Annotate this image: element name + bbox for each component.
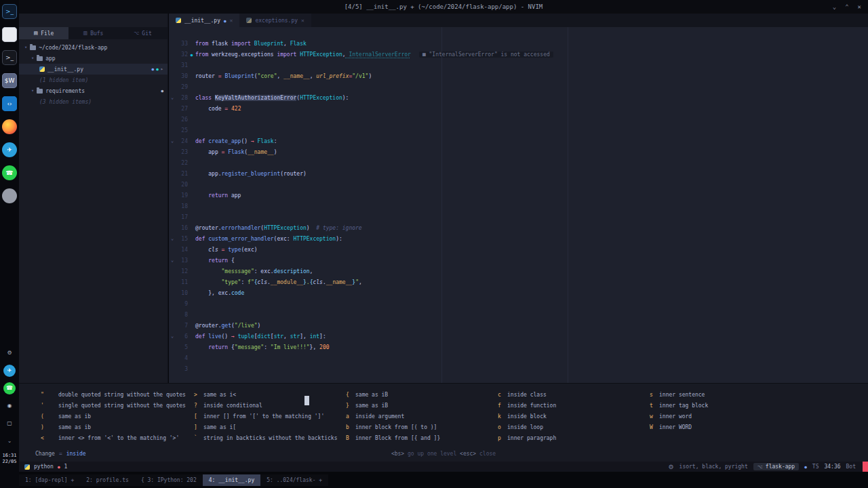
tree-item-__init__.py[interactable]: __init__.py●●▸ [19, 64, 167, 75]
buffer-tab-exceptions.py[interactable]: exceptions.py✕ [239, 14, 311, 27]
code-line[interactable]: 32●from werkzeug.exceptions import HTTPE… [169, 49, 868, 60]
code-line[interactable]: 25 [169, 125, 868, 136]
code-line[interactable]: 10 }, exc.code [169, 287, 868, 298]
code-line[interactable]: ⌄28class KeyValtAuthorizationError(HTTPE… [169, 92, 868, 103]
sw-app-icon[interactable]: $W [2, 73, 17, 88]
light-terminal-icon[interactable] [2, 27, 17, 42]
vim-tab[interactable]: { 3: IPython: 202 [135, 474, 203, 486]
telegram-icon[interactable]: ✈ [2, 142, 17, 157]
python-file-icon [246, 18, 252, 23]
dock: >_>_$W‹›✈☎ ⚙✈☎◉▢⌄ 16:31 22/05 [0, 0, 19, 488]
close-icon[interactable]: ✕ [301, 18, 304, 24]
hint-key: f [498, 403, 507, 409]
line-number: 16 [176, 225, 188, 231]
code-line[interactable]: 27 code = 422 [169, 103, 868, 114]
sidebar-tab-git[interactable]: ⌥Git [118, 27, 167, 39]
tray-collapse-icon[interactable]: ⌄ [3, 435, 16, 447]
hint-description: inside conditional [203, 403, 262, 409]
tree-item-requirements[interactable]: ▾requirements● [19, 85, 167, 96]
line-number: 5 [176, 344, 188, 350]
line-number: 22 [176, 160, 188, 166]
code-line[interactable]: ⌄6def live() → tuple[dict[str, str], int… [169, 331, 868, 342]
tree-item-1hiddenitem[interactable]: (1 hidden item) [19, 75, 167, 85]
code-line[interactable]: ⌄13 return { [169, 255, 868, 266]
code-line[interactable]: 23 app = Flask(__name__) [169, 146, 868, 157]
telegram-tray-icon[interactable]: ✈ [3, 365, 16, 377]
whatsapp-tray-icon[interactable]: ☎ [3, 382, 16, 394]
status-dot-icon: ● [156, 67, 159, 71]
python-file-icon [176, 18, 181, 23]
code-line[interactable]: 16@router.errorhandler(HTTPException) # … [169, 222, 868, 233]
vim-tab[interactable]: 1: [dap-repl] + [19, 474, 80, 486]
code-area[interactable]: 33from flask import Blueprint, Flask32●f… [169, 27, 868, 374]
window-controls: ⌄ ⌃ ✕ [833, 0, 861, 14]
code-line[interactable]: 29 [169, 81, 868, 92]
line-number: 7 [176, 323, 188, 329]
code-line[interactable]: 12 "messsage": exc.description, [169, 266, 868, 277]
code-line[interactable]: 18 [169, 201, 868, 211]
firefox-icon[interactable] [2, 119, 17, 134]
code-line[interactable]: 8 [169, 309, 868, 320]
code-line[interactable]: 26 [169, 114, 868, 125]
hint-key-bs: <bs> [391, 451, 404, 457]
tree-root[interactable]: ▾ ~/code/2024/flask-app [19, 42, 167, 53]
whatsapp-icon[interactable]: ☎ [2, 165, 17, 180]
code-line[interactable]: 17 [169, 211, 868, 222]
hint-key: o [498, 424, 507, 430]
vim-tab[interactable]: 4: __init__.py [203, 474, 260, 486]
terminal-app-icon[interactable]: >_ [2, 4, 17, 19]
dark-terminal-icon[interactable]: >_ [2, 50, 17, 65]
code-line[interactable]: 4 [169, 352, 868, 363]
hint-key: [ [194, 413, 203, 420]
fold-marker-icon: ⌄ [169, 333, 176, 339]
line-number: 15 [176, 236, 188, 242]
grey-app-icon[interactable] [2, 188, 17, 203]
close-icon[interactable]: ✕ [230, 18, 233, 24]
sidebar-tab-file[interactable]: ▤File [19, 27, 68, 39]
code-line[interactable]: ⌄24def create_app() → Flask: [169, 136, 868, 146]
code-line[interactable]: 14 cls = type(exc) [169, 244, 868, 255]
sidebar-tab-bufs[interactable]: ▥Bufs [68, 27, 118, 39]
vscode-icon[interactable]: ‹› [2, 96, 17, 111]
textobject-hint: winner word [650, 411, 708, 422]
microphone-tray-icon[interactable]: ◉ [3, 400, 16, 412]
system-settings-icon[interactable]: ⚙ [3, 347, 16, 359]
hint-description: same as iB [355, 392, 388, 398]
code-line[interactable]: 22 [169, 157, 868, 168]
code-line[interactable]: 7@router.get("/live") [169, 320, 868, 331]
tree-item-app[interactable]: ▾app [19, 53, 167, 64]
vim-tab[interactable]: 5: ..024/flask- + [260, 474, 328, 486]
code-line[interactable]: 20 [169, 179, 868, 190]
hint-description: same as ib [58, 424, 91, 430]
code-line[interactable]: 9 [169, 298, 868, 309]
hint-key: t [650, 403, 659, 409]
statusline-formatters: isort, black, pyright [679, 464, 748, 470]
fold-marker-icon: ⌄ [169, 258, 176, 263]
tree-item-3hiddenitems[interactable]: (3 hidden items) [19, 96, 167, 107]
textobject-hint: oinside loop [498, 422, 556, 432]
code-line[interactable]: 21 app.register_blueprint(router) [169, 168, 868, 179]
buffer-tab-__init__.py[interactable]: __init__.py●✕ [169, 14, 239, 27]
code-line[interactable]: 5 return {"message": "Im live!!!"}, 200 [169, 342, 868, 352]
code-line[interactable]: 11 "type": f"{cls.__module__}.{cls.__nam… [169, 277, 868, 287]
maximize-icon[interactable]: ⌃ [845, 3, 848, 10]
tabline-filler [328, 474, 868, 486]
hint-key: W [650, 424, 659, 430]
file-explorer-sidebar: ▤File▥Bufs⌥Git ▾ ~/code/2024/flask-app ▾… [19, 14, 168, 383]
minimize-icon[interactable]: ⌄ [833, 3, 836, 10]
close-icon[interactable]: ✕ [858, 3, 861, 10]
line-number: 6 [176, 333, 188, 340]
code-line[interactable]: 3 [169, 363, 868, 374]
line-number: 31 [176, 62, 188, 68]
code-line[interactable]: 30router = Blueprint("core", __name__, u… [169, 70, 868, 81]
code-line[interactable]: 19 return app [169, 190, 868, 201]
code-line[interactable]: 31 [169, 60, 868, 70]
textobject-hint: cinside class [498, 389, 556, 400]
code-line[interactable]: 33from flask import Blueprint, Flask [169, 38, 868, 49]
code-line[interactable]: ⌄15def custom_error_handler(exc: HTTPExc… [169, 233, 868, 244]
folder-icon [37, 56, 43, 61]
item-badges: ● [161, 89, 167, 93]
display-tray-icon[interactable]: ▢ [3, 418, 16, 430]
vim-tab[interactable]: 2: profile.ts [80, 474, 135, 486]
tree-items: ▾app__init__.py●●▸(1 hidden item)▾requir… [19, 53, 167, 107]
